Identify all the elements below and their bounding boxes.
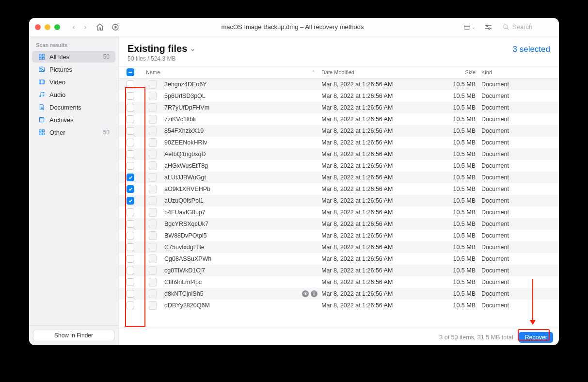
file-checkbox[interactable]	[127, 185, 134, 193]
nav-back[interactable]: ‹	[69, 23, 79, 32]
file-name: Ctlh9nLmf4pc	[164, 279, 202, 286]
search-input[interactable]	[512, 23, 551, 31]
file-checkbox[interactable]	[127, 302, 134, 309]
file-icon	[149, 231, 157, 240]
preview-icon[interactable]: 👁	[302, 290, 309, 297]
view-mode[interactable]: ⌄	[464, 21, 476, 33]
column-kind[interactable]: Kind	[481, 69, 559, 75]
file-checkbox[interactable]	[127, 92, 134, 100]
file-date: Mar 8, 2022 at 1:26:56 AM	[321, 302, 418, 309]
column-size[interactable]: Size	[418, 69, 481, 75]
file-checkbox[interactable]	[127, 162, 134, 170]
file-date: Mar 8, 2022 at 1:26:56 AM	[321, 197, 418, 204]
minimize-window[interactable]	[45, 24, 50, 30]
file-name: 7R7yUfDpFHVm	[164, 104, 209, 111]
file-row[interactable]: 854FXhzixX19Mar 8, 2022 at 1:26:56 AM10.…	[119, 125, 559, 137]
file-checkbox[interactable]	[127, 208, 134, 216]
file-checkbox[interactable]	[127, 232, 134, 239]
file-name: AefbQ1ng0xqD	[164, 151, 206, 158]
file-row[interactable]: 90ZEENokHRIvMar 8, 2022 at 1:26:56 AM10.…	[119, 137, 559, 148]
file-kind: Document	[481, 116, 559, 123]
file-name: 5p6UrlSD3pQL	[164, 93, 206, 99]
file-checkbox[interactable]	[127, 139, 134, 146]
file-kind: Document	[481, 151, 559, 158]
file-checkbox[interactable]	[127, 197, 134, 205]
file-checkbox[interactable]	[127, 150, 134, 158]
file-row[interactable]: 5p6UrlSD3pQLMar 8, 2022 at 1:26:56 AM10.…	[119, 90, 559, 102]
file-icon	[149, 80, 157, 89]
column-date[interactable]: Date Modified	[321, 69, 418, 75]
file-row[interactable]: AefbQ1ng0xqDMar 8, 2022 at 1:26:56 AM10.…	[119, 148, 559, 160]
file-row[interactable]: cg0TIWkD1Cj7Mar 8, 2022 at 1:26:56 AM10.…	[119, 265, 559, 276]
file-date: Mar 8, 2022 at 1:26:56 AM	[321, 116, 418, 123]
selected-count[interactable]: 3 selected	[513, 43, 551, 54]
file-row[interactable]: aUzuQ0fsPpi1Mar 8, 2022 at 1:26:56 AM10.…	[119, 195, 559, 207]
main-title[interactable]: Existing files ⌄	[127, 43, 195, 54]
file-date: Mar 8, 2022 at 1:26:56 AM	[321, 174, 418, 181]
chevron-down-icon: ⌄	[190, 45, 195, 52]
file-name: 7ziKVc1ltbli	[164, 116, 196, 123]
file-checkbox[interactable]	[127, 220, 134, 228]
file-icon	[149, 278, 157, 286]
file-row[interactable]: aHGxWusEtT8gMar 8, 2022 at 1:26:56 AM10.…	[119, 160, 559, 172]
file-row[interactable]: dDBYy2820Q6MMar 8, 2022 at 1:26:56 AM10.…	[119, 300, 559, 311]
refresh-icon[interactable]	[110, 21, 121, 33]
file-name: aHGxWusEtT8g	[164, 162, 208, 169]
file-checkbox[interactable]	[127, 127, 134, 135]
file-row[interactable]: BgcYRSXqcUk7Mar 8, 2022 at 1:26:56 AM10.…	[119, 218, 559, 230]
file-checkbox[interactable]	[127, 115, 134, 123]
sidebar-item-other[interactable]: Other50	[32, 127, 115, 138]
sidebar-item-all-files[interactable]: All files50	[32, 51, 115, 63]
recover-button[interactable]: Recover	[519, 332, 553, 343]
zoom-window[interactable]	[54, 24, 60, 30]
file-row[interactable]: aLUtJJBWuGgtMar 8, 2022 at 1:26:56 AM10.…	[119, 172, 559, 183]
file-icon	[149, 255, 157, 263]
file-checkbox[interactable]	[127, 174, 134, 181]
hash-icon[interactable]: #	[311, 290, 318, 297]
file-row[interactable]: b4FUavIG8up7Mar 8, 2022 at 1:26:56 AM10.…	[119, 207, 559, 218]
sidebar-item-label: Archives	[49, 116, 110, 124]
svg-line-8	[507, 28, 509, 30]
grid-icon	[38, 128, 46, 136]
file-name: b4FUavIG8up7	[164, 209, 206, 216]
file-kind: Document	[481, 244, 559, 251]
file-checkbox[interactable]	[127, 290, 134, 298]
file-row[interactable]: 7ziKVc1ltbliMar 8, 2022 at 1:26:56 AM10.…	[119, 113, 559, 125]
select-all-checkbox[interactable]	[127, 68, 134, 76]
file-row[interactable]: d8kNTCjnlSh5👁#Mar 8, 2022 at 1:26:56 AM1…	[119, 288, 559, 300]
file-row[interactable]: C75uvtxdgFBeMar 8, 2022 at 1:26:56 AM10.…	[119, 241, 559, 253]
file-checkbox[interactable]	[127, 255, 134, 263]
sidebar-item-documents[interactable]: Documents	[32, 101, 115, 113]
column-name[interactable]: Name ⌃	[142, 69, 321, 75]
settings-icon[interactable]	[482, 21, 494, 33]
file-kind: Document	[481, 104, 559, 111]
search-icon	[503, 24, 509, 31]
file-row[interactable]: BW88DvPOtpi5Mar 8, 2022 at 1:26:56 AM10.…	[119, 230, 559, 241]
nav-forward[interactable]: ›	[80, 23, 90, 32]
file-checkbox[interactable]	[127, 278, 134, 286]
sidebar-item-video[interactable]: Video	[32, 76, 115, 88]
file-kind: Document	[481, 279, 559, 286]
file-checkbox[interactable]	[127, 243, 134, 251]
file-size: 10.5 MB	[418, 244, 481, 251]
sidebar-item-audio[interactable]: Audio	[32, 89, 115, 100]
home-icon[interactable]	[94, 21, 106, 33]
footer-status: 3 of 50 items, 31.5 MB total	[439, 334, 513, 341]
svg-point-6	[489, 28, 490, 29]
file-list[interactable]: 3ehgnz4DEo6YMar 8, 2022 at 1:26:56 AM10.…	[119, 79, 559, 329]
file-checkbox[interactable]	[127, 267, 134, 274]
file-row[interactable]: Ctlh9nLmf4pcMar 8, 2022 at 1:26:56 AM10.…	[119, 276, 559, 288]
file-row[interactable]: 3ehgnz4DEo6YMar 8, 2022 at 1:26:56 AM10.…	[119, 79, 559, 90]
close-window[interactable]	[35, 24, 41, 30]
file-row[interactable]: Cg08ASSuXPWhMar 8, 2022 at 1:26:56 AM10.…	[119, 253, 559, 265]
file-row[interactable]: aO9k1XRVEHPbMar 8, 2022 at 1:26:56 AM10.…	[119, 183, 559, 195]
show-in-finder-button[interactable]: Show in Finder	[33, 330, 114, 341]
file-checkbox[interactable]	[127, 80, 134, 88]
sidebar-item-pictures[interactable]: Pictures	[32, 64, 115, 75]
file-checkbox[interactable]	[127, 104, 134, 111]
search-field[interactable]	[501, 22, 553, 32]
file-row[interactable]: 7R7yUfDpFHVmMar 8, 2022 at 1:26:56 AM10.…	[119, 102, 559, 113]
sidebar-item-archives[interactable]: Archives	[32, 114, 115, 126]
sidebar: Scan results All files50PicturesVideoAud…	[29, 36, 119, 345]
file-size: 10.5 MB	[418, 197, 481, 204]
